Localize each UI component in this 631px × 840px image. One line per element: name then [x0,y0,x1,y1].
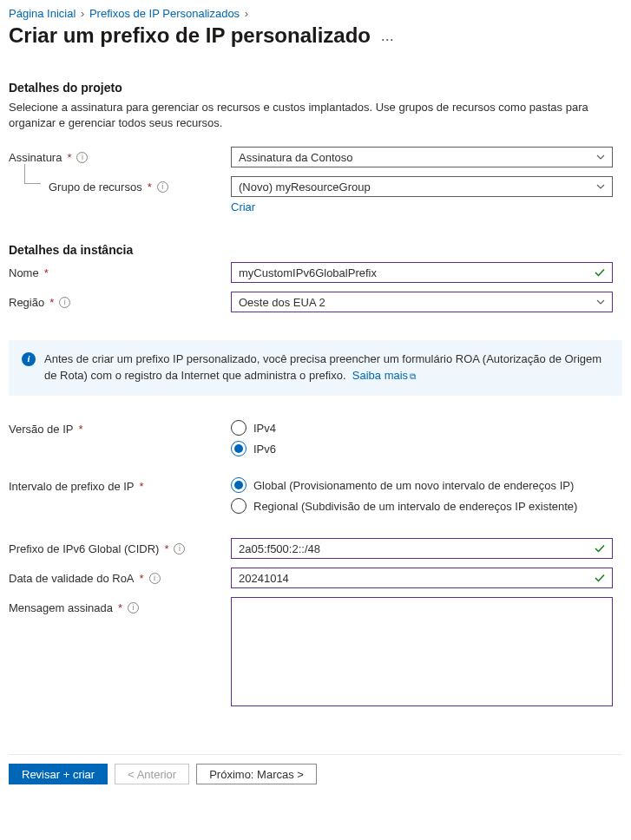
breadcrumb: Página Inicial › Prefixos de IP Personal… [9,7,622,20]
info-icon[interactable]: i [157,181,168,193]
region-select[interactable] [231,292,613,312]
info-icon[interactable]: i [128,602,139,614]
more-actions-icon[interactable]: ··· [381,30,394,48]
label-prefix-range: Intervalo de prefixo de IP* [9,476,231,493]
subscription-select[interactable] [231,147,613,167]
radio-icon [231,441,246,456]
radio-ipv6[interactable]: IPv6 [231,441,613,456]
label-name: Nome* [9,262,231,279]
resource-group-select[interactable] [231,176,613,197]
radio-ipv4[interactable]: IPv4 [231,420,613,436]
roa-expiry-input[interactable] [231,568,613,588]
info-banner-text: Antes de criar um prefixo IP personaliza… [44,352,601,382]
label-ipv6-cidr: Prefixo de IPv6 Global (CIDR)* i [9,538,231,555]
info-icon[interactable]: i [149,573,161,584]
external-link-icon: ⧉ [410,371,416,381]
radio-icon [231,498,246,514]
cidr-input[interactable] [231,538,613,559]
wizard-footer: Revisar + criar < Anterior Próximo: Marc… [9,754,622,797]
info-icon[interactable]: i [76,152,88,163]
create-resource-group-link[interactable]: Criar [231,200,255,213]
review-create-button[interactable]: Revisar + criar [9,764,108,784]
label-roa-expiry: Data de validade do RoA* i [9,568,231,585]
radio-icon [231,420,246,436]
label-region: Região* i [9,292,231,309]
section-heading-instance: Detalhes da instância [9,243,622,257]
info-icon: i [22,352,36,366]
chevron-right-icon: › [81,7,84,20]
signed-message-textarea[interactable] [231,597,613,706]
section-heading-project: Detalhes do projeto [9,81,622,95]
label-ip-version: Versão de IP* [9,418,231,436]
previous-button: < Anterior [115,764,189,784]
learn-more-link[interactable]: Saiba mais⧉ [352,369,416,382]
radio-range-regional[interactable]: Regional (Subdivisão de um intervalo de … [231,498,613,514]
name-input[interactable] [231,262,613,283]
info-banner-roa: i Antes de criar um prefixo IP personali… [9,340,622,396]
label-subscription: Assinatura* i [9,147,231,164]
next-button[interactable]: Próximo: Marcas > [196,764,317,784]
label-signed-message: Mensagem assinada* i [9,597,231,614]
breadcrumb-prefixes[interactable]: Prefixos de IP Personalizados [89,7,240,20]
chevron-right-icon: › [245,7,248,20]
breadcrumb-home[interactable]: Página Inicial [9,7,76,20]
page-title: Criar um prefixo de IP personalizado [9,23,371,48]
info-icon[interactable]: i [174,543,185,555]
label-resource-group: Grupo de recursos* i [9,176,231,194]
radio-icon [231,477,246,493]
radio-range-global[interactable]: Global (Provisionamento de um novo inter… [231,477,613,493]
section-description-project: Selecione a assinatura para gerenciar os… [9,100,616,131]
info-icon[interactable]: i [59,297,70,308]
